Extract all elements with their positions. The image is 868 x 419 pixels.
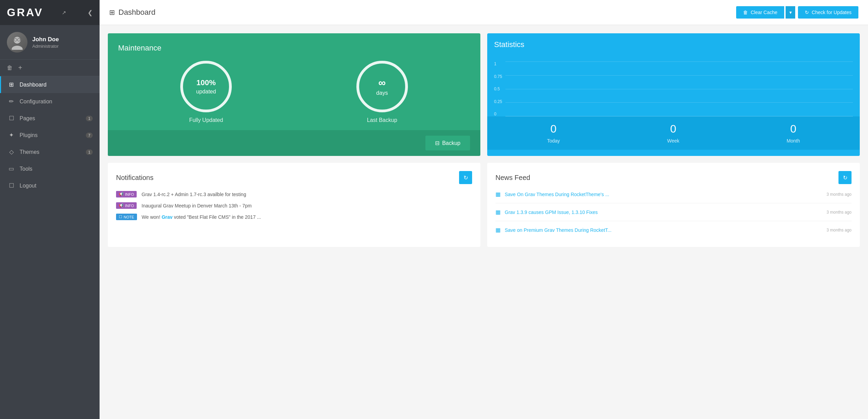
- trash-btn-icon: 🗑: [743, 10, 748, 15]
- megaphone-icon: 📢: [119, 203, 124, 208]
- notifications-header: Notifications ↻: [116, 171, 472, 184]
- updated-sub: updated: [196, 89, 216, 95]
- news-item-time: 3 months ago: [826, 210, 852, 215]
- backup-circle-item: ∞ days Last Backup: [356, 61, 408, 123]
- stat-week: 0 Week: [667, 123, 679, 144]
- stat-today: 0 Today: [547, 123, 560, 144]
- sidebar-item-label: Tools: [20, 166, 93, 172]
- sidebar-actions: 🗑 +: [0, 60, 100, 76]
- page-title-text: Dashboard: [118, 8, 156, 17]
- svg-point-0: [14, 37, 21, 44]
- gridline-3: [505, 102, 853, 103]
- plugins-badge: 7: [86, 133, 93, 138]
- sidebar-item-label: Themes: [20, 149, 86, 155]
- y-label-4: 1: [494, 61, 502, 66]
- trash-icon[interactable]: 🗑: [7, 65, 13, 71]
- stat-month-label: Month: [787, 138, 800, 144]
- newsfeed-card: News Feed ↻ ▦ Save On Grav Themes During…: [487, 163, 860, 247]
- check-updates-label: Check for Updates: [812, 10, 852, 15]
- stat-today-label: Today: [547, 138, 560, 144]
- add-icon[interactable]: +: [18, 64, 22, 72]
- external-link-icon[interactable]: ↗: [62, 10, 66, 16]
- content-grid: Maintenance 100% updated Fully Updated ∞…: [100, 25, 868, 255]
- badge-label: INFO: [125, 204, 134, 208]
- sidebar-item-plugins[interactable]: ✦ Plugins 7: [0, 127, 100, 144]
- news-article-icon: ▦: [495, 227, 501, 233]
- news-item-title[interactable]: Save on Premium Grav Themes During Rocke…: [505, 227, 612, 233]
- clear-cache-label: Clear Cache: [751, 10, 777, 15]
- sidebar-item-themes[interactable]: ◇ Themes 1: [0, 144, 100, 160]
- stat-today-value: 0: [550, 123, 557, 135]
- droplet-icon: ◇: [8, 148, 15, 156]
- badge-label: NOTE: [124, 215, 134, 219]
- stat-month: 0 Month: [787, 123, 800, 144]
- file-icon: ☐: [8, 115, 15, 122]
- backup-btn-label: Backup: [442, 140, 460, 146]
- clear-cache-dropdown-button[interactable]: ▾: [786, 6, 795, 19]
- sidebar-item-tools[interactable]: ▭ Tools: [0, 160, 100, 177]
- gridline-top: [505, 61, 853, 62]
- sidebar-item-label: Configuration: [20, 99, 93, 105]
- badge-label: INFO: [125, 192, 134, 196]
- notifications-title: Notifications: [116, 174, 153, 182]
- note-icon: ☐: [119, 215, 122, 219]
- notification-text: We won! Grav voted "Best Flat File CMS" …: [142, 214, 261, 220]
- user-role: Administrator: [32, 44, 59, 49]
- news-item-title[interactable]: Save On Grav Themes During RocketTheme's…: [505, 192, 609, 197]
- notification-badge-info: 📢 INFO: [116, 191, 137, 197]
- chart-y-labels: 0 0.25 0.5 0.75 1: [494, 61, 502, 116]
- sidebar-item-pages[interactable]: ☐ Pages 1: [0, 110, 100, 127]
- maintenance-footer: ⊟ Backup: [108, 130, 480, 156]
- sidebar-collapse-icon[interactable]: ❮: [88, 9, 93, 16]
- star-icon: ✦: [8, 132, 15, 139]
- notifications-card: Notifications ↻ 📢 INFO Grav 1.4-rc.2 + A…: [108, 163, 480, 247]
- backup-caption: Last Backup: [367, 117, 397, 123]
- notification-badge-info: 📢 INFO: [116, 202, 137, 209]
- user-name: John Doe: [32, 36, 59, 43]
- updated-percent: 100%: [196, 78, 216, 87]
- updated-caption: Fully Updated: [189, 117, 223, 123]
- backup-days-label: days: [376, 90, 388, 96]
- y-label-2: 0.5: [494, 87, 502, 91]
- notifications-refresh-button[interactable]: ↻: [459, 171, 472, 184]
- backup-circle: ∞ days: [356, 61, 408, 112]
- chevron-down-icon: ▾: [789, 10, 792, 15]
- sidebar-item-dashboard[interactable]: ⊞ Dashboard: [0, 76, 100, 93]
- statistics-card: Statistics 0 0.25 0.5 0.75 1: [487, 33, 860, 156]
- news-item: ▦ Grav 1.3.9 causes GPM Issue, 1.3.10 Fi…: [495, 209, 852, 221]
- news-item: ▦ Save on Premium Grav Themes During Roc…: [495, 227, 852, 239]
- newsfeed-header: News Feed ↻: [495, 171, 852, 184]
- stat-month-value: 0: [790, 123, 796, 135]
- svg-point-1: [12, 46, 23, 50]
- y-label-3: 0.75: [494, 74, 502, 79]
- news-item-time: 3 months ago: [826, 192, 852, 197]
- newsfeed-list: ▦ Save On Grav Themes During RocketTheme…: [495, 191, 852, 239]
- sidebar-item-configuration[interactable]: ✏ Configuration: [0, 93, 100, 110]
- sidebar: GRAV ↗ ❮ John Doe Administrat: [0, 0, 100, 419]
- notification-text: Grav 1.4-rc.2 + Admin 1.7-rc.3 availble …: [141, 192, 246, 197]
- megaphone-icon: 📢: [119, 192, 124, 196]
- logout-icon: ☐: [8, 182, 15, 189]
- maintenance-circles: 100% updated Fully Updated ∞ days Last B…: [118, 61, 470, 123]
- user-info: John Doe Administrator: [32, 36, 59, 49]
- stats-bottom: 0 Today 0 Week 0 Month: [487, 116, 860, 150]
- news-item: ▦ Save On Grav Themes During RocketTheme…: [495, 191, 852, 203]
- sidebar-logo-area: GRAV ↗ ❮: [0, 0, 100, 25]
- sidebar-item-logout[interactable]: ☐ Logout: [0, 177, 100, 194]
- check-updates-button[interactable]: ↻ Check for Updates: [798, 6, 858, 19]
- sidebar-nav: ⊞ Dashboard ✏ Configuration ☐ Pages 1 ✦ …: [0, 76, 100, 194]
- notification-item: 📢 INFO Grav 1.4-rc.2 + Admin 1.7-rc.3 av…: [116, 191, 472, 197]
- backup-button[interactable]: ⊟ Backup: [425, 136, 470, 150]
- wrench-icon: ✏: [8, 98, 15, 105]
- news-item-title[interactable]: Grav 1.3.9 causes GPM Issue, 1.3.10 Fixe…: [505, 210, 598, 215]
- grid-icon: ⊞: [8, 81, 15, 88]
- newsfeed-refresh-button[interactable]: ↻: [838, 171, 852, 184]
- logo-text: GRAV: [7, 6, 43, 19]
- notification-text: Inaugural Grav Meetup in Denver March 13…: [141, 203, 252, 208]
- sidebar-item-label: Logout: [20, 183, 93, 189]
- sidebar-item-label: Pages: [20, 115, 86, 122]
- pages-badge: 1: [86, 116, 93, 121]
- notification-badge-note: ☐ NOTE: [116, 214, 137, 220]
- clear-cache-button[interactable]: 🗑 Clear Cache: [736, 6, 784, 19]
- chart-gridlines: [505, 61, 853, 116]
